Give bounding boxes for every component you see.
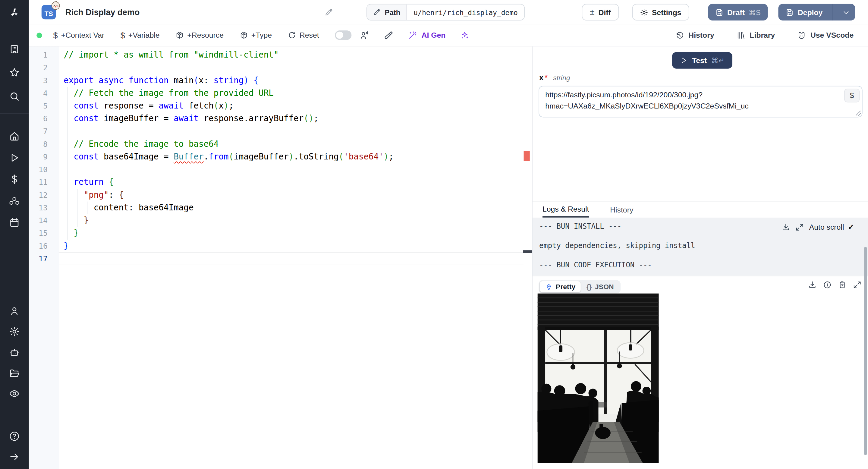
pretty-view-button[interactable]: Pretty [540, 281, 581, 292]
runs-play-icon[interactable] [8, 152, 21, 164]
format-brush-icon[interactable] [384, 30, 394, 40]
add-resource-button[interactable]: +Resource [176, 31, 224, 39]
deploy-button[interactable]: Deploy [778, 4, 855, 21]
code-text: } [59, 214, 524, 227]
pencil-icon [373, 8, 381, 16]
reset-button[interactable]: Reset [288, 31, 319, 39]
workspace-building-icon[interactable] [8, 43, 21, 55]
code-text: const imageBuffer = await response.array… [59, 113, 524, 125]
test-button[interactable]: Test ⌘↵ [672, 52, 733, 69]
app-window: TS Rich Display demo Path u/henri/rich_d… [0, 0, 868, 469]
toolbar-left: $ +Context Var $ +Variable +Resource +Ty… [36, 30, 469, 40]
library-button[interactable]: Library [736, 31, 775, 39]
code-line: 12 "png": { [29, 189, 524, 201]
search-icon[interactable] [8, 90, 21, 102]
code-line: 3export async function main(x: string) { [29, 74, 524, 87]
code-line: 2 [29, 61, 524, 74]
schedules-calendar-icon[interactable] [8, 216, 21, 228]
code-text: "png": { [59, 189, 524, 201]
code-text: // Encode the image to base64 [59, 138, 524, 150]
dollar-icon: $ [53, 30, 58, 40]
argument-label: x * string [539, 73, 570, 82]
rotate-icon [288, 31, 296, 39]
expand-sidebar-arrow-icon[interactable] [8, 450, 21, 463]
auto-scroll-toggle[interactable]: Auto scroll ✓ [809, 222, 854, 231]
library-label: Library [749, 31, 775, 39]
code-line: 1// import * as wmill from "windmill-cli… [29, 49, 524, 61]
deploy-divider [832, 4, 833, 21]
draft-button[interactable]: Draft ⌘S [708, 4, 768, 21]
save-icon [785, 8, 794, 17]
workers-robot-icon[interactable] [8, 347, 21, 359]
settings-button[interactable]: Settings [632, 4, 689, 21]
history-button[interactable]: History [675, 31, 714, 39]
json-view-button[interactable]: {} JSON [581, 281, 619, 292]
help-icon[interactable] [8, 430, 21, 442]
test-args-section: Test ⌘↵ x * string $ [532, 46, 868, 202]
use-vscode-button[interactable]: Use VScode [797, 31, 854, 39]
info-icon[interactable] [823, 281, 832, 289]
variables-dollar-icon[interactable] [8, 173, 21, 185]
add-type-button[interactable]: +Type [240, 31, 272, 39]
code-text [59, 253, 524, 265]
folders-icon[interactable] [8, 367, 21, 379]
code-text: const base64Image = Buffer.from(imageBuf… [59, 151, 524, 163]
line-number: 3 [29, 74, 59, 87]
user-icon[interactable] [8, 305, 21, 317]
home-icon[interactable] [8, 130, 21, 142]
resize-grip[interactable] [856, 111, 861, 116]
reset-label: Reset [300, 31, 319, 39]
arg-name: x [539, 73, 544, 82]
insert-variable-button[interactable]: $ [844, 89, 860, 102]
result-pane: Pretty {} JSON [532, 276, 868, 469]
sparkles-icon[interactable] [460, 30, 469, 40]
path-widget[interactable]: Path u/henri/rich_display_demo [367, 4, 525, 21]
ai-gen-button[interactable]: AI Gen [408, 30, 445, 40]
expand-result-icon[interactable] [853, 281, 861, 289]
toolbar-right: History Library Use VScode [675, 31, 854, 39]
arg-x-input[interactable] [538, 86, 862, 118]
pretty-label: Pretty [556, 283, 575, 291]
settings-gear-icon[interactable] [8, 325, 21, 338]
code-line: 14 } [29, 214, 524, 227]
library-icon [736, 31, 745, 39]
line-number: 12 [29, 189, 59, 201]
expand-logs-icon[interactable] [795, 223, 804, 231]
bottom-tabs: Logs & Result History [532, 202, 868, 217]
line-number: 4 [29, 87, 59, 99]
add-context-var-button[interactable]: $ +Context Var [53, 30, 104, 40]
type-label: +Type [251, 31, 272, 39]
favorites-star-icon[interactable] [8, 66, 21, 79]
multiplayer-toggle[interactable] [335, 30, 352, 40]
add-variable-button[interactable]: $ +Variable [121, 30, 160, 40]
windmill-logo-icon[interactable] [8, 7, 21, 19]
logs-controls: Auto scroll ✓ [781, 222, 854, 231]
download-logs-icon[interactable] [781, 223, 790, 231]
line-number: 10 [29, 163, 59, 176]
deploy-dropdown-chevron-icon[interactable] [837, 4, 855, 21]
sticker-face-icon [51, 1, 60, 10]
line-number: 5 [29, 100, 59, 113]
code-line: 6 const imageBuffer = await response.arr… [29, 113, 524, 125]
edit-summary-pencil-icon[interactable] [324, 8, 333, 17]
diff-button[interactable]: ± Diff [582, 4, 619, 21]
draft-shortcut: ⌘S [749, 8, 761, 17]
tab-history[interactable]: History [610, 202, 633, 217]
code-line: 17 [29, 253, 524, 265]
resources-cubes-icon[interactable] [8, 195, 21, 207]
path-value: u/henri/rich_display_demo [407, 4, 524, 20]
copy-clipboard-icon[interactable] [838, 281, 846, 289]
download-result-icon[interactable] [808, 281, 817, 289]
code-line: 11 return { [29, 176, 524, 189]
line-number: 8 [29, 138, 59, 150]
multiplayer-users-icon[interactable] [360, 30, 370, 40]
panel-scrollbar[interactable] [864, 247, 867, 455]
code-text: // import * as wmill from "windmill-clie… [59, 49, 524, 61]
tab-logs-result[interactable]: Logs & Result [542, 202, 589, 217]
code-text: } [59, 240, 524, 252]
variable-label: +Variable [128, 31, 160, 39]
history-clock-icon [675, 31, 684, 39]
code-editor[interactable]: 1// import * as wmill from "windmill-cli… [29, 46, 532, 469]
path-label-group: Path [367, 4, 407, 20]
audit-eye-icon[interactable] [8, 387, 21, 400]
